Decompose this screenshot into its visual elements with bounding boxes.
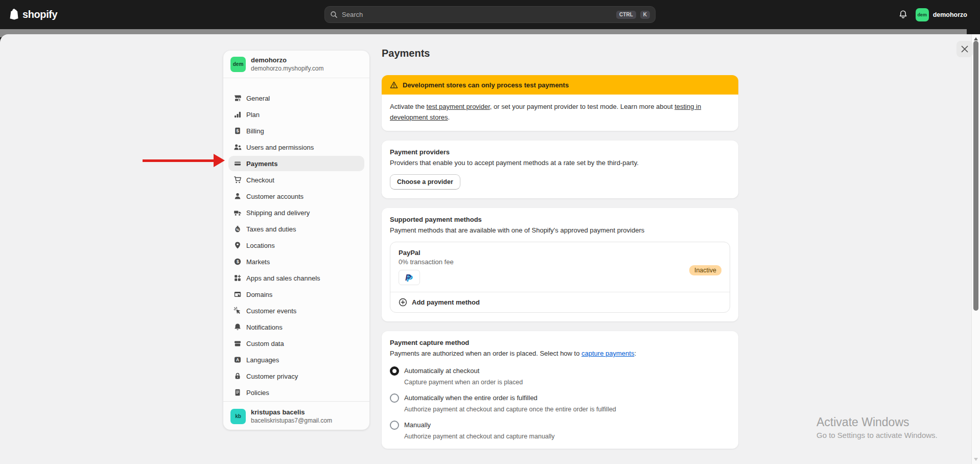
store-name: demohorzo xyxy=(933,11,967,18)
sidebar-item-payments[interactable]: Payments xyxy=(228,156,364,171)
sidebar-item-label: Billing xyxy=(246,127,264,135)
status-badge: Inactive xyxy=(689,265,721,275)
svg-text:$: $ xyxy=(236,128,239,133)
vertical-scrollbar[interactable] xyxy=(971,34,980,464)
watermark-line2: Go to Settings to activate Windows. xyxy=(816,431,938,439)
svg-text:$: $ xyxy=(237,259,239,264)
warning-banner: Development stores can only process test… xyxy=(382,75,738,131)
annotation-arrow-head xyxy=(214,154,225,167)
user-email: baceliskristupas7@gmail.com xyxy=(251,416,332,425)
windows-activation-watermark: Activate Windows Go to Settings to activ… xyxy=(816,415,938,439)
brand-wordmark: shopify xyxy=(22,9,57,20)
inline-link[interactable]: capture payments xyxy=(581,350,634,357)
watermark-line1: Activate Windows xyxy=(816,415,938,429)
sidebar-item-label: Customer privacy xyxy=(246,373,298,380)
sidebar-item-customer-privacy[interactable]: Customer privacy xyxy=(228,368,364,384)
plan-chart-icon xyxy=(234,110,242,119)
sidebar-item-label: Payments xyxy=(246,160,277,168)
custom-data-icon xyxy=(234,339,242,347)
choose-provider-button[interactable]: Choose a provider xyxy=(390,174,460,190)
sidebar-item-customer-events[interactable]: Customer events xyxy=(228,303,364,318)
sidebar-item-plan[interactable]: Plan xyxy=(228,107,364,122)
sidebar-item-languages[interactable]: ALanguages xyxy=(228,352,364,367)
sidebar-item-label: General xyxy=(246,95,270,102)
search-icon xyxy=(330,11,338,18)
shopify-logo[interactable]: shopify xyxy=(8,0,57,29)
sidebar-item-policies[interactable]: Policies xyxy=(228,385,364,400)
sidebar-item-label: Checkout xyxy=(246,176,274,184)
sidebar-item-domains[interactable]: Domains xyxy=(228,287,364,302)
scrollbar-down-arrow-icon[interactable] xyxy=(974,458,978,461)
svg-text:A: A xyxy=(236,357,239,362)
location-pin-icon xyxy=(234,241,242,249)
sidebar-item-notifications[interactable]: Notifications xyxy=(228,319,364,335)
notifications-bell-icon xyxy=(234,323,242,331)
close-button[interactable] xyxy=(956,41,973,57)
sidebar-item-label: Taxes and duties xyxy=(246,225,296,233)
payment-providers-card: Payment providers Providers that enable … xyxy=(382,141,738,198)
sidebar-item-label: Markets xyxy=(246,258,270,266)
add-payment-method-button[interactable]: Add payment method xyxy=(390,292,730,312)
settings-nav: GeneralPlan$BillingUsers and permissions… xyxy=(223,78,369,401)
account-menu[interactable]: dem demohorzo xyxy=(916,8,967,21)
text-segment: : xyxy=(634,350,636,357)
capture-option-description: Capture payment when an order is placed xyxy=(404,379,730,386)
card-description: Payment methods that are available with … xyxy=(390,226,730,235)
sidebar-item-users-and-permissions[interactable]: Users and permissions xyxy=(228,140,364,155)
sidebar-item-custom-data[interactable]: Custom data xyxy=(228,336,364,351)
sidebar-item-locations[interactable]: Locations xyxy=(228,238,364,253)
sidebar-item-general[interactable]: General xyxy=(228,90,364,106)
sidebar-item-checkout[interactable]: Checkout xyxy=(228,172,364,188)
capture-option-label: Automatically when the entire order is f… xyxy=(404,393,538,402)
shortcut-key-k: K xyxy=(640,11,650,19)
sidebar-item-label: Languages xyxy=(246,356,279,364)
radio-unselected[interactable] xyxy=(390,393,399,403)
capture-option[interactable]: Automatically at checkout xyxy=(390,366,730,376)
privacy-lock-icon xyxy=(234,372,242,380)
store-name: demohorzo xyxy=(251,56,324,64)
capture-option[interactable]: Automatically when the entire order is f… xyxy=(390,393,730,403)
users-icon xyxy=(234,143,242,151)
card-title: Payment capture method xyxy=(390,339,730,346)
inline-link[interactable]: test payment provider xyxy=(427,103,490,110)
payment-method-fee: 0% transaction fee xyxy=(399,258,454,266)
languages-icon: A xyxy=(234,356,242,364)
banner-title: Development stores can only process test… xyxy=(403,81,569,89)
search-placeholder: Search xyxy=(342,11,612,18)
scrollbar-thumb[interactable] xyxy=(973,41,978,311)
payments-settings-page: Payments Development stores can only pro… xyxy=(382,48,738,449)
card-description: Providers that enable you to accept paym… xyxy=(390,158,730,168)
apps-grid-icon xyxy=(234,274,242,282)
warning-triangle-icon xyxy=(390,81,398,89)
shortcut-key-ctrl: CTRL xyxy=(616,11,636,19)
sidebar-item-shipping-and-delivery[interactable]: Shipping and delivery xyxy=(228,205,364,220)
sidebar-item-label: Customer accounts xyxy=(246,193,304,200)
user-name: kristupas bacelis xyxy=(251,408,332,416)
store-icon xyxy=(234,94,242,102)
sidebar-item-label: Shipping and delivery xyxy=(246,209,310,217)
sidebar-item-apps-and-sales-channels[interactable]: Apps and sales channels xyxy=(228,270,364,286)
notifications-bell-icon[interactable] xyxy=(898,10,908,19)
taxes-bag-icon: % xyxy=(234,225,242,233)
card-description: Payments are authorized when an order is… xyxy=(390,349,730,358)
sidebar-item-taxes-and-duties[interactable]: %Taxes and duties xyxy=(228,221,364,237)
text-segment: Payments are authorized when an order is… xyxy=(390,350,581,357)
billing-icon: $ xyxy=(234,127,242,135)
radio-selected[interactable] xyxy=(390,366,399,376)
radio-unselected[interactable] xyxy=(390,421,399,430)
sidebar-item-label: Users and permissions xyxy=(246,144,314,151)
payment-method-name: PayPal xyxy=(399,249,454,257)
capture-option[interactable]: Manually xyxy=(390,421,730,430)
text-segment: . xyxy=(448,113,450,121)
sidebar-item-markets[interactable]: $Markets xyxy=(228,254,364,269)
sidebar-item-label: Notifications xyxy=(246,323,283,331)
sidebar-item-billing[interactable]: $Billing xyxy=(228,123,364,138)
search-input[interactable]: Search CTRL K xyxy=(324,6,656,23)
page-title: Payments xyxy=(382,48,738,59)
shipping-truck-icon xyxy=(234,208,242,217)
card-title: Supported payment methods xyxy=(390,216,730,223)
scrollbar-up-arrow-icon[interactable] xyxy=(974,37,978,40)
events-cursor-icon xyxy=(234,307,242,315)
payments-card-icon xyxy=(234,159,242,168)
sidebar-item-customer-accounts[interactable]: Customer accounts xyxy=(228,189,364,204)
